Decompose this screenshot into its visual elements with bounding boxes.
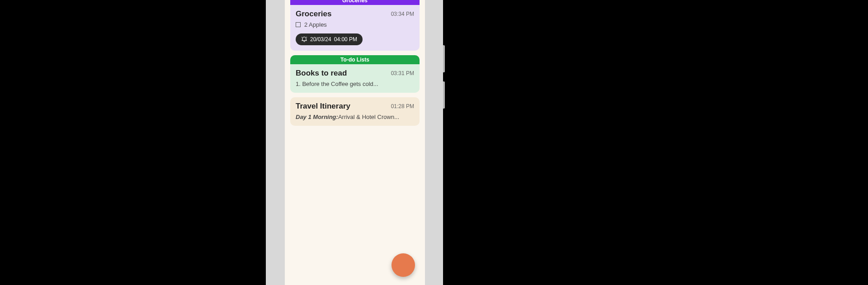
note-card-travel[interactable]: Travel Itinerary 01:28 PM Day 1 Morning:… (290, 97, 420, 126)
card-body: Travel Itinerary 01:28 PM Day 1 Morning:… (290, 97, 420, 126)
card-time: 03:31 PM (391, 70, 414, 76)
card-title: Books to read (296, 69, 347, 78)
add-note-button[interactable] (392, 253, 415, 277)
card-body: Groceries 03:34 PM 2 Apples 20/03/24 04:… (290, 5, 420, 51)
item-prefix: Day 1 Morning: (296, 114, 338, 120)
card-body: Books to read 03:31 PM 1. Before the Cof… (290, 64, 420, 93)
card-title: Travel Itinerary (296, 102, 350, 111)
note-card-books[interactable]: To-do Lists Books to read 03:31 PM 1. Be… (290, 55, 420, 93)
card-time: 03:34 PM (391, 11, 414, 17)
card-tag: Groceries (290, 0, 420, 5)
item-text: Arrival & Hotel Crown... (338, 114, 399, 120)
card-header: Travel Itinerary 01:28 PM (296, 102, 414, 111)
reminder-time: 04:00 PM (334, 36, 357, 43)
card-header: Books to read 03:31 PM (296, 69, 414, 78)
note-card-groceries[interactable]: Groceries Groceries 03:34 PM 2 Apples (290, 0, 420, 51)
card-header: Groceries 03:34 PM (296, 10, 414, 19)
item-text: 2 Apples (304, 21, 327, 28)
phone-frame: Today Groceries Groceries 03:34 PM 2 App… (266, 0, 443, 285)
card-content: 2 Apples (296, 21, 414, 28)
card-content: Day 1 Morning: Arrival & Hotel Crown... (296, 114, 414, 120)
phone-side-button (443, 81, 445, 109)
alarm-icon (301, 36, 307, 43)
phone-screen: Today Groceries Groceries 03:34 PM 2 App… (285, 0, 425, 285)
checkbox-icon (296, 22, 301, 27)
reminder-pill[interactable]: 20/03/24 04:00 PM (296, 33, 363, 45)
card-tag: To-do Lists (290, 55, 420, 64)
card-content: 1. Before the Coffee gets cold... (296, 81, 414, 87)
card-time: 01:28 PM (391, 103, 414, 109)
item-text: 1. Before the Coffee gets cold... (296, 81, 378, 87)
phone-side-button (443, 45, 445, 72)
card-title: Groceries (296, 10, 331, 19)
reminder-date: 20/03/24 (310, 36, 331, 43)
